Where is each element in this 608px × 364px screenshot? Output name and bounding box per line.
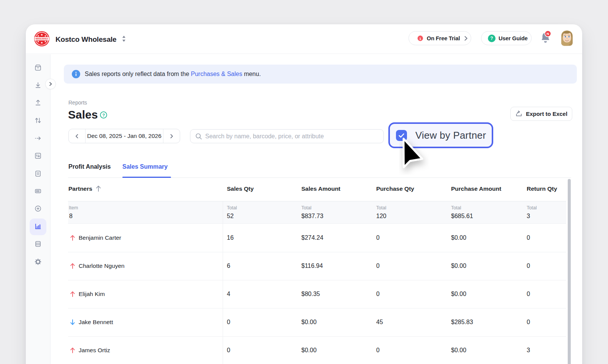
svg-text:1: 1 xyxy=(419,36,421,40)
svg-text:N: N xyxy=(546,32,549,36)
svg-text:?: ? xyxy=(102,113,105,117)
svg-text:?: ? xyxy=(490,36,493,41)
svg-text:WHOLESALE: WHOLESALE xyxy=(35,37,48,40)
